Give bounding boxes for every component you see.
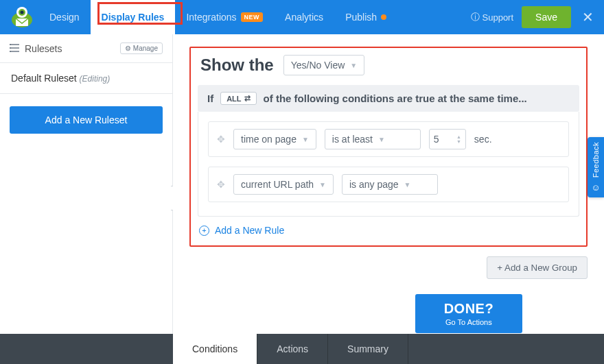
unit-label: sec.	[474, 134, 492, 145]
help-icon: ⓘ	[471, 11, 480, 23]
body: Rulesets ⚙ Manage Default Ruleset (Editi…	[0, 34, 604, 364]
chevron-down-icon: ▼	[302, 136, 309, 143]
new-badge: NEW	[241, 12, 264, 22]
rule-operator-value: is any page	[349, 179, 399, 190]
add-ruleset-button[interactable]: Add a New Ruleset	[10, 106, 163, 134]
drag-handle-icon[interactable]: ✥	[217, 179, 225, 190]
bottom-spacer	[0, 334, 173, 364]
sidebar-header: Rulesets ⚙ Manage	[0, 34, 172, 63]
rule-value-input[interactable]: 5 ▲▼	[429, 129, 466, 149]
alert-dot-icon	[381, 14, 386, 20]
save-button[interactable]: Save	[522, 6, 571, 28]
bottom-tab-summary[interactable]: Summary	[328, 334, 408, 364]
bottom-tab-actions[interactable]: Actions	[257, 334, 328, 364]
tab-publish[interactable]: Publish	[334, 0, 397, 34]
view-select[interactable]: Yes/No View ▼	[283, 55, 365, 75]
manage-label: Manage	[133, 45, 158, 52]
feedback-tab[interactable]: Feedback ☺	[588, 137, 604, 197]
rule-operator-select[interactable]: is any page ▼	[342, 174, 438, 195]
nav-label: Integrations	[186, 12, 236, 23]
all-any-toggle[interactable]: ALL ⇄	[220, 92, 256, 105]
gear-icon: ⚙	[125, 45, 131, 52]
ruleset-item[interactable]: Default Ruleset (Editing)	[0, 63, 172, 94]
nav-label: Display Rules	[102, 12, 165, 23]
svg-point-9	[10, 47, 11, 49]
nav-label: Analytics	[285, 12, 323, 23]
all-chip-label: ALL	[226, 95, 241, 103]
ruleset-name: Default Ruleset	[11, 73, 77, 84]
rule-field-select[interactable]: current URL path ▼	[233, 174, 334, 195]
add-rule-button[interactable]: + Add a New Rule	[198, 221, 579, 237]
bottom-tabbar: Conditions Actions Summary	[0, 334, 604, 364]
nav-label: Design	[49, 12, 80, 23]
show-the-row: Show the Yes/No View ▼	[198, 52, 579, 75]
add-group-button[interactable]: + Add a New Group	[487, 256, 588, 279]
rule-operator-select[interactable]: is at least ▼	[325, 129, 421, 149]
chevron-down-icon: ▼	[350, 62, 357, 69]
rule-value: 5	[434, 134, 439, 145]
svg-point-8	[10, 44, 11, 45]
nav-right: ⓘ Support Save ✕	[471, 6, 596, 28]
list-icon	[10, 43, 19, 54]
nav-label: Publish	[345, 12, 377, 23]
swap-icon: ⇄	[244, 94, 251, 103]
chevron-down-icon: ▼	[404, 181, 411, 189]
if-suffix: of the following conditions are true at …	[264, 93, 527, 104]
bottom-tab-conditions[interactable]: Conditions	[173, 334, 257, 364]
done-label-big: DONE?	[444, 301, 494, 317]
bottom-tab-label: Actions	[277, 343, 308, 354]
drag-handle-icon[interactable]: ✥	[217, 134, 225, 145]
show-the-label: Show the	[200, 56, 274, 75]
rulesets-heading: Rulesets	[10, 43, 62, 54]
rules-list: ✥ time on page ▼ is at least ▼ 5 ▲▼ sec.	[198, 112, 579, 217]
rule-field-value: time on page	[241, 134, 297, 145]
support-link[interactable]: ⓘ Support	[471, 11, 514, 23]
svg-point-3	[21, 11, 24, 14]
tab-design[interactable]: Design	[38, 0, 91, 34]
rule-field-select[interactable]: time on page ▼	[233, 129, 316, 149]
rulesets-label: Rulesets	[25, 43, 62, 54]
bottom-tab-label: Summary	[347, 343, 388, 354]
annotation-highlight-rules: Show the Yes/No View ▼ If ALL ⇄ of the f…	[189, 47, 588, 247]
plus-circle-icon: +	[199, 226, 209, 236]
view-select-value: Yes/No View	[291, 60, 345, 71]
feedback-label: Feedback	[592, 142, 600, 178]
support-label: Support	[483, 12, 514, 23]
ruleset-status: (Editing)	[80, 74, 111, 84]
rule-row: ✥ current URL path ▼ is any page ▼	[208, 167, 569, 202]
close-icon[interactable]: ✕	[579, 9, 596, 25]
done-label-small: Go To Actions	[444, 318, 494, 326]
chevron-down-icon: ▼	[319, 181, 326, 189]
main-panel: Show the Yes/No View ▼ If ALL ⇄ of the f…	[173, 34, 604, 364]
smile-icon: ☺	[591, 182, 600, 193]
condition-header: If ALL ⇄ of the following conditions are…	[198, 85, 579, 112]
manage-button[interactable]: ⚙ Manage	[120, 43, 163, 54]
rule-row: ✥ time on page ▼ is at least ▼ 5 ▲▼ sec.	[208, 121, 569, 157]
sidebar: Rulesets ⚙ Manage Default Ruleset (Editi…	[0, 34, 173, 364]
tab-display-rules[interactable]: Display Rules	[91, 0, 176, 34]
add-rule-label: Add a New Rule	[215, 225, 284, 236]
done-go-to-actions-button[interactable]: DONE? Go To Actions	[415, 294, 523, 333]
nav-tabs: Design Display Rules Integrations NEW An…	[38, 0, 397, 34]
top-nav: Design Display Rules Integrations NEW An…	[0, 0, 604, 34]
if-label: If	[207, 93, 213, 104]
rule-operator-value: is at least	[332, 134, 373, 145]
tab-analytics[interactable]: Analytics	[274, 0, 334, 34]
tab-integrations[interactable]: Integrations NEW	[175, 0, 274, 34]
rule-field-value: current URL path	[241, 179, 314, 190]
brand-logo	[5, 5, 38, 29]
svg-point-10	[10, 51, 11, 52]
chevron-down-icon: ▼	[378, 136, 385, 143]
bottom-tab-label: Conditions	[192, 343, 237, 354]
number-spinner-icon[interactable]: ▲▼	[456, 134, 461, 144]
